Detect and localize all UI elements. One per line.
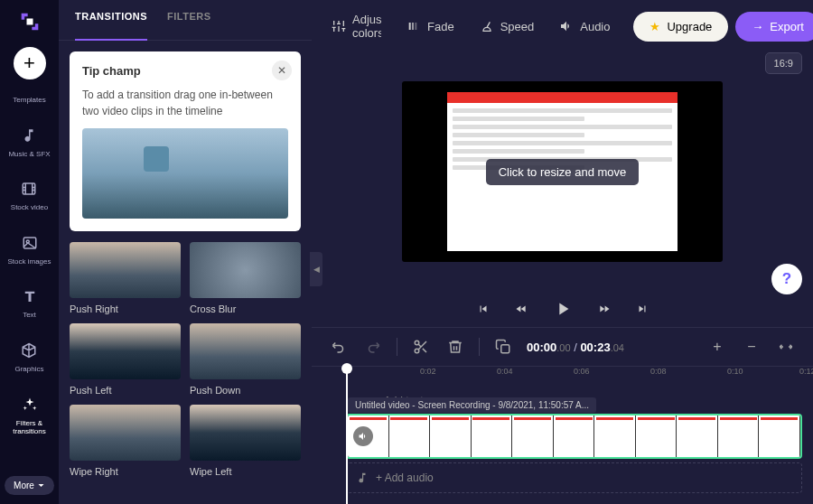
left-sidebar: + Templates Music & SFX Stock video Stoc… [0, 0, 59, 504]
panel-tabs: TRANSITIONS FILTERS [59, 0, 312, 41]
help-button[interactable]: ? [771, 264, 802, 294]
sidebar-item-stockimages[interactable]: Stock images [7, 229, 51, 270]
timeline-ruler[interactable]: 0:02 0:04 0:06 0:08 0:10 0:12 [312, 367, 813, 388]
transition-item[interactable]: Push Left [70, 323, 181, 396]
fade-button[interactable]: Fade [397, 12, 463, 41]
add-button[interactable]: + [14, 47, 46, 79]
svg-point-8 [415, 349, 419, 353]
tip-body: To add a transition drag one in-between … [82, 87, 288, 119]
preview-area: 16:9 Click to resize and move ? [312, 52, 813, 291]
stockimages-label: Stock images [7, 257, 51, 266]
zoom-in-button[interactable]: + [706, 336, 728, 358]
clip-name: Untitled video - Screen Recording - 9/8/… [348, 397, 596, 413]
rewind-button[interactable] [515, 303, 528, 315]
sidebar-item-text[interactable]: Text [19, 282, 41, 323]
svg-rect-5 [412, 23, 414, 30]
tip-illustration [82, 128, 288, 219]
top-toolbar: Adjust colors Fade Speed Audio ★ Upgrade… [312, 0, 813, 52]
resize-hint: Click to resize and move [486, 159, 640, 185]
audio-track[interactable]: + Add audio [346, 462, 802, 493]
playback-controls [312, 291, 813, 327]
zoom-out-button[interactable]: − [741, 336, 762, 358]
tab-transitions[interactable]: TRANSITIONS [75, 11, 147, 41]
forward-button[interactable] [598, 303, 611, 315]
image-icon [19, 232, 41, 254]
app-logo[interactable] [17, 9, 42, 34]
sidebar-item-graphics[interactable]: Graphics [14, 336, 43, 378]
star-icon: ★ [649, 20, 660, 33]
transition-item[interactable]: Push Down [190, 323, 301, 396]
stockvideo-label: Stock video [11, 203, 48, 212]
timeline[interactable]: 0:02 0:04 0:06 0:08 0:10 0:12 + Add text… [312, 367, 813, 504]
type-icon [19, 285, 41, 307]
side-panel: TRANSITIONS FILTERS ✕ Tip champ To add a… [59, 0, 312, 504]
split-button[interactable] [410, 336, 432, 358]
transition-item[interactable]: Wipe Left [190, 405, 301, 477]
skip-start-button[interactable] [477, 303, 490, 315]
adjust-icon [332, 19, 346, 33]
video-preview[interactable]: Click to resize and move [402, 81, 724, 262]
text-label: Text [23, 311, 36, 320]
more-button[interactable]: More [5, 476, 54, 495]
transition-item[interactable]: Cross Blur [190, 242, 301, 314]
volume-icon [559, 19, 574, 33]
speed-icon [480, 19, 494, 33]
timeline-toolbar: 00:00.00 / 00:23.04 + − [312, 327, 813, 367]
svg-rect-6 [415, 23, 416, 30]
main-area: Adjust colors Fade Speed Audio ★ Upgrade… [312, 0, 813, 504]
timecode-display: 00:00.00 / 00:23.04 [527, 341, 624, 354]
skip-end-button[interactable] [636, 303, 649, 315]
zoom-fit-button[interactable] [775, 336, 797, 358]
clip-volume-icon[interactable] [353, 426, 373, 446]
duplicate-button[interactable] [492, 336, 514, 358]
transition-item[interactable]: Wipe Right [70, 405, 181, 477]
export-icon: → [752, 20, 763, 33]
cube-icon [18, 340, 40, 361]
play-button[interactable] [553, 299, 573, 319]
tip-card: ✕ Tip champ To add a transition drag one… [70, 51, 301, 231]
sparkle-icon [19, 394, 41, 415]
svg-rect-1 [23, 183, 36, 194]
svg-point-7 [415, 341, 419, 345]
music-icon [18, 125, 40, 146]
audio-button[interactable]: Audio [550, 12, 619, 41]
fade-icon [406, 19, 421, 33]
tab-filters[interactable]: FILTERS [167, 11, 211, 29]
transition-item[interactable]: Push Right [70, 242, 181, 314]
aspect-ratio-button[interactable]: 16:9 [765, 52, 802, 74]
undo-button[interactable] [328, 336, 350, 358]
transitions-grid: Push Right Cross Blur Push Left Push Dow… [59, 242, 312, 488]
svg-rect-0 [26, 19, 33, 25]
graphics-label: Graphics [14, 365, 43, 374]
music-label: Music & SFX [8, 150, 50, 159]
film-icon [18, 178, 40, 200]
sidebar-item-templates[interactable]: Templates [13, 92, 45, 108]
templates-label: Templates [13, 96, 45, 105]
sidebar-item-music[interactable]: Music & SFX [8, 121, 50, 163]
adjust-colors-button[interactable]: Adjust colors [322, 5, 390, 47]
tip-title: Tip champ [82, 64, 288, 78]
filters-label: Filters & transitions [0, 419, 59, 436]
speed-button[interactable]: Speed [471, 12, 544, 41]
delete-button[interactable] [444, 336, 466, 358]
upgrade-button[interactable]: ★ Upgrade [633, 12, 728, 42]
clip-thumbnails [348, 415, 800, 457]
svg-rect-9 [501, 345, 509, 353]
tip-close-button[interactable]: ✕ [272, 61, 292, 80]
svg-rect-4 [409, 23, 411, 30]
video-clip[interactable] [346, 414, 802, 459]
redo-button[interactable] [362, 336, 384, 358]
playhead[interactable] [346, 367, 348, 504]
sidebar-item-stockvideo[interactable]: Stock video [11, 174, 48, 216]
sidebar-item-filters[interactable]: Filters & transitions [0, 390, 59, 440]
audio-track-icon [356, 471, 369, 484]
export-button[interactable]: → Export [735, 12, 813, 42]
